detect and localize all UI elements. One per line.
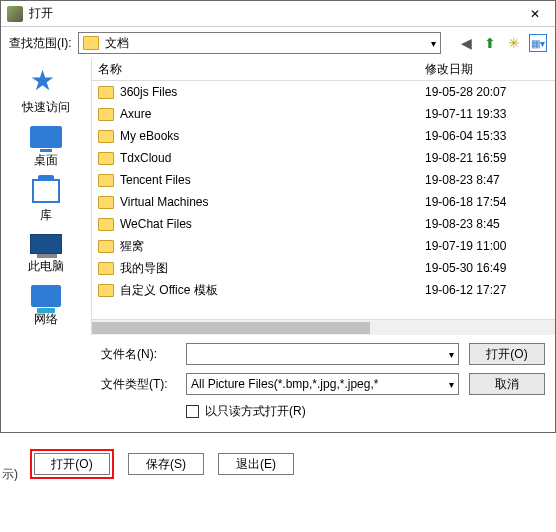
filename-field[interactable]: ▾ bbox=[186, 343, 459, 365]
file-name: My eBooks bbox=[120, 129, 425, 143]
file-date: 19-08-23 8:47 bbox=[425, 173, 555, 187]
place-quick-access[interactable]: ★ 快速访问 bbox=[10, 67, 82, 116]
filename-input[interactable] bbox=[191, 347, 449, 361]
desktop-icon bbox=[30, 126, 62, 148]
column-name[interactable]: 名称 bbox=[98, 61, 425, 78]
chevron-down-icon: ▾ bbox=[449, 379, 454, 390]
file-date: 19-08-23 8:45 bbox=[425, 217, 555, 231]
file-date: 19-06-04 15:33 bbox=[425, 129, 555, 143]
open-button-parent[interactable]: 打开(O) bbox=[34, 453, 110, 475]
folder-icon bbox=[98, 152, 114, 165]
library-icon bbox=[32, 179, 60, 203]
folder-icon bbox=[98, 130, 114, 143]
app-icon bbox=[7, 6, 23, 22]
highlight-annotation: 打开(O) bbox=[30, 449, 114, 479]
folder-icon bbox=[98, 108, 114, 121]
list-item[interactable]: 猩窝19-07-19 11:00 bbox=[92, 235, 555, 257]
list-item[interactable]: My eBooks19-06-04 15:33 bbox=[92, 125, 555, 147]
horizontal-scrollbar[interactable] bbox=[92, 319, 555, 335]
toolbar: 查找范围(I): 文档 ▾ ◀ ⬆ ✳ ▦▾ bbox=[1, 27, 555, 59]
folder-icon bbox=[98, 240, 114, 253]
place-desktop[interactable]: 桌面 bbox=[10, 126, 82, 169]
file-date: 19-05-28 20:07 bbox=[425, 85, 555, 99]
file-date: 19-07-19 11:00 bbox=[425, 239, 555, 253]
place-network[interactable]: 网络 bbox=[10, 285, 82, 328]
dialog-title: 打开 bbox=[29, 5, 53, 22]
close-icon: ✕ bbox=[530, 7, 540, 21]
open-dialog: 打开 ✕ 查找范围(I): 文档 ▾ ◀ ⬆ ✳ ▦▾ ★ 快速访问 桌面 bbox=[0, 0, 556, 433]
chevron-down-icon: ▾ bbox=[431, 38, 436, 49]
place-this-pc[interactable]: 此电脑 bbox=[10, 234, 82, 275]
file-name: Tencent Files bbox=[120, 173, 425, 187]
list-item[interactable]: 我的导图19-05-30 16:49 bbox=[92, 257, 555, 279]
file-name: WeChat Files bbox=[120, 217, 425, 231]
look-in-value: 文档 bbox=[105, 35, 129, 52]
list-item[interactable]: Virtual Machines19-06-18 17:54 bbox=[92, 191, 555, 213]
file-listing: 名称 修改日期 360js Files19-05-28 20:07Axure19… bbox=[91, 59, 555, 335]
list-header: 名称 修改日期 bbox=[92, 59, 555, 81]
folder-icon bbox=[98, 218, 114, 231]
look-in-dropdown[interactable]: 文档 ▾ bbox=[78, 32, 441, 54]
filetype-dropdown[interactable]: All Picture Files(*.bmp,*.jpg,*.jpeg,* ▾ bbox=[186, 373, 459, 395]
list-item[interactable]: TdxCloud19-08-21 16:59 bbox=[92, 147, 555, 169]
pc-icon bbox=[30, 234, 62, 254]
close-button[interactable]: ✕ bbox=[515, 1, 555, 27]
file-name: 我的导图 bbox=[120, 260, 425, 277]
file-date: 19-08-21 16:59 bbox=[425, 151, 555, 165]
places-bar: ★ 快速访问 桌面 库 此电脑 网络 bbox=[1, 59, 91, 335]
folder-icon bbox=[98, 86, 114, 99]
chevron-down-icon[interactable]: ▾ bbox=[449, 349, 454, 360]
list-item[interactable]: WeChat Files19-08-23 8:45 bbox=[92, 213, 555, 235]
place-libraries[interactable]: 库 bbox=[10, 179, 82, 224]
exit-button[interactable]: 退出(E) bbox=[218, 453, 294, 475]
parent-window-toolbar: 打开(O) 保存(S) 退出(E) 示) bbox=[0, 433, 556, 489]
folder-icon bbox=[98, 284, 114, 297]
bottom-controls: 文件名(N): ▾ 打开(O) 文件类型(T): All Picture Fil… bbox=[1, 335, 555, 432]
list-item[interactable]: 360js Files19-05-28 20:07 bbox=[92, 81, 555, 103]
file-name: 自定义 Office 模板 bbox=[120, 282, 425, 299]
look-in-label: 查找范围(I): bbox=[9, 35, 72, 52]
file-date: 19-06-12 17:27 bbox=[425, 283, 555, 297]
folder-icon bbox=[83, 36, 99, 50]
file-name: TdxCloud bbox=[120, 151, 425, 165]
hint-text: 示) bbox=[2, 466, 18, 483]
cancel-button[interactable]: 取消 bbox=[469, 373, 545, 395]
filename-label: 文件名(N): bbox=[101, 346, 176, 363]
folder-icon bbox=[98, 262, 114, 275]
file-date: 19-05-30 16:49 bbox=[425, 261, 555, 275]
save-button[interactable]: 保存(S) bbox=[128, 453, 204, 475]
filetype-label: 文件类型(T): bbox=[101, 376, 176, 393]
filetype-value: All Picture Files(*.bmp,*.jpg,*.jpeg,* bbox=[191, 377, 378, 391]
open-button[interactable]: 打开(O) bbox=[469, 343, 545, 365]
file-name: Virtual Machines bbox=[120, 195, 425, 209]
network-icon bbox=[31, 285, 61, 307]
file-date: 19-06-18 17:54 bbox=[425, 195, 555, 209]
back-icon[interactable]: ◀ bbox=[457, 34, 475, 52]
list-item[interactable]: 自定义 Office 模板19-06-12 17:27 bbox=[92, 279, 555, 301]
list-item[interactable]: Axure19-07-11 19:33 bbox=[92, 103, 555, 125]
list-item[interactable]: Tencent Files19-08-23 8:47 bbox=[92, 169, 555, 191]
file-date: 19-07-11 19:33 bbox=[425, 107, 555, 121]
file-name: Axure bbox=[120, 107, 425, 121]
file-name: 猩窝 bbox=[120, 238, 425, 255]
new-folder-icon[interactable]: ✳ bbox=[505, 34, 523, 52]
file-list[interactable]: 360js Files19-05-28 20:07Axure19-07-11 1… bbox=[92, 81, 555, 319]
folder-icon bbox=[98, 196, 114, 209]
star-icon: ★ bbox=[30, 67, 62, 95]
readonly-label: 以只读方式打开(R) bbox=[205, 403, 306, 420]
view-menu-icon[interactable]: ▦▾ bbox=[529, 34, 547, 52]
up-icon[interactable]: ⬆ bbox=[481, 34, 499, 52]
titlebar: 打开 ✕ bbox=[1, 1, 555, 27]
file-name: 360js Files bbox=[120, 85, 425, 99]
readonly-checkbox[interactable] bbox=[186, 405, 199, 418]
scrollbar-thumb[interactable] bbox=[92, 322, 370, 334]
column-date[interactable]: 修改日期 bbox=[425, 61, 555, 78]
folder-icon bbox=[98, 174, 114, 187]
